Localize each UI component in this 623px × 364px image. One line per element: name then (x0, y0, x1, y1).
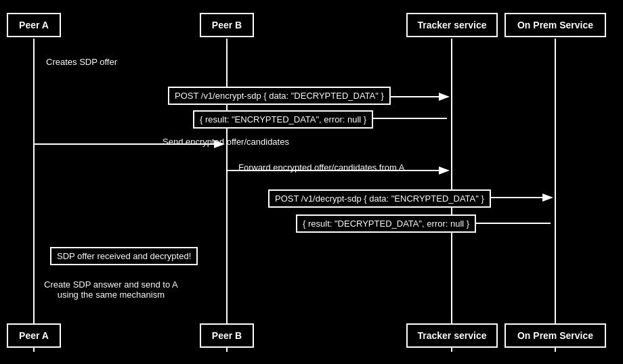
actor-peer-a-top: Peer A (7, 13, 61, 37)
actor-peer-b-top: Peer B (200, 13, 254, 37)
actor-tracker-bottom: Tracker service (406, 323, 498, 348)
msg-post-encrypt: POST /v1/encrypt-sdp { data: "DECRYPTED_… (168, 87, 391, 105)
note-forward-encrypted: Forward encrypted offer/candidates from … (238, 162, 404, 173)
actor-onprem-top: On Prem Service (504, 13, 606, 37)
note-create-answer: Create SDP answer and send to A using th… (44, 279, 178, 300)
actor-peer-a-bottom: Peer A (7, 323, 61, 348)
msg-result-encrypt: { result: "ENCRYPTED_DATA", error: null … (193, 110, 373, 129)
msg-result-decrypt: { result: "DECRYPTED_DATA", error: null … (296, 214, 476, 233)
actor-tracker-top: Tracker service (406, 13, 498, 37)
actor-onprem-bottom: On Prem Service (504, 323, 606, 348)
note-send-encrypted: Send encrypted offer/candidates (163, 137, 289, 147)
msg-post-decrypt: POST /v1/decrypt-sdp { data: "ENCRYPTED_… (268, 189, 491, 208)
note-creates-sdp: Creates SDP offer (46, 57, 117, 67)
sequence-diagram: Peer A Peer B Tracker service On Prem Se… (0, 0, 623, 364)
arrows-overlay (0, 0, 623, 364)
actor-peer-b-bottom: Peer B (200, 323, 254, 348)
note-sdp-received: SDP offer received and decrypted! (50, 247, 198, 265)
